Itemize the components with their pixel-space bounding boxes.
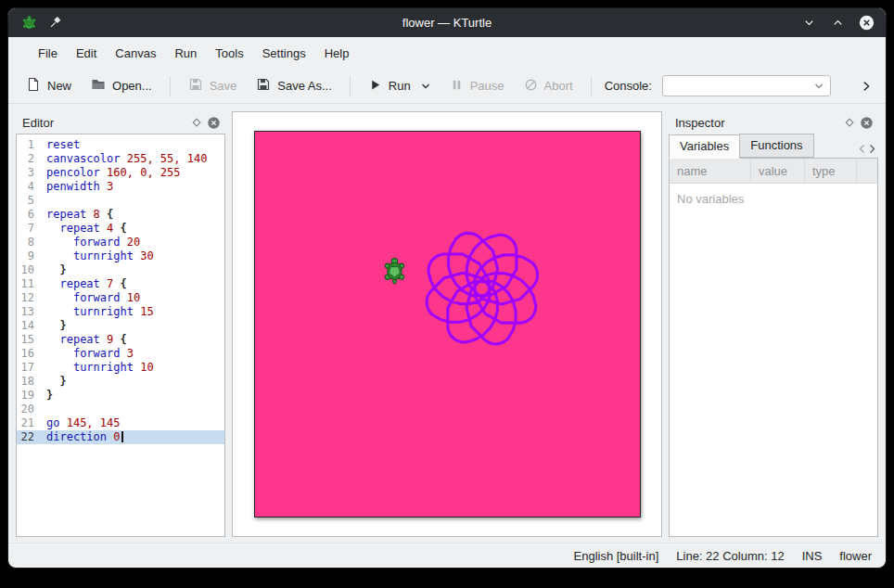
save-icon xyxy=(188,77,203,95)
main-toolbar: New Open... Save xyxy=(8,69,886,104)
save-as-button[interactable]: Save As... xyxy=(248,72,340,99)
pin-icon[interactable] xyxy=(46,15,63,32)
float-panel-icon[interactable] xyxy=(840,114,858,132)
line-number: 5 xyxy=(17,194,41,208)
open-button[interactable]: Open... xyxy=(83,72,160,99)
window-title: flower — KTurtle xyxy=(8,16,886,30)
run-dropdown-chevron-icon[interactable] xyxy=(421,83,430,90)
editor-line[interactable]: 18 } xyxy=(17,375,224,389)
line-number: 12 xyxy=(17,291,41,305)
close-panel-icon[interactable] xyxy=(205,114,223,132)
line-number: 6 xyxy=(17,208,41,222)
inspector-panel: Inspector Variables Functions xyxy=(669,111,878,537)
new-button[interactable]: New xyxy=(18,72,80,99)
save-as-icon xyxy=(256,77,271,95)
minimize-icon[interactable] xyxy=(800,15,817,32)
editor-line[interactable]: 16 forward 3 xyxy=(17,347,224,361)
combo-chevron-down-icon[interactable] xyxy=(814,83,824,90)
tab-scroll-left-icon[interactable] xyxy=(858,144,866,154)
column-header-type[interactable]: type xyxy=(805,159,857,183)
editor-line[interactable]: 5 xyxy=(17,194,224,208)
line-number: 1 xyxy=(17,138,41,152)
titlebar[interactable]: flower — KTurtle xyxy=(8,8,886,37)
turtle-sprite xyxy=(385,259,403,284)
kturtle-window: flower — KTurtle File Edit Canvas Run To… xyxy=(7,7,887,569)
menu-edit[interactable]: Edit xyxy=(67,41,106,66)
editor-line[interactable]: 4penwidth 3 xyxy=(17,180,224,194)
editor-line[interactable]: 7 repeat 4 { xyxy=(17,222,224,236)
editor-line[interactable]: 13 turnright 15 xyxy=(17,305,224,319)
close-icon[interactable] xyxy=(858,15,875,32)
line-number: 16 xyxy=(17,347,41,361)
line-number: 21 xyxy=(17,416,41,430)
inspector-table-header: name value type xyxy=(670,159,877,184)
pause-button[interactable]: Pause xyxy=(441,73,513,99)
editor-line[interactable]: 1reset xyxy=(17,138,224,152)
editor-panel: Editor 1reset2canvascolor 255, 55, 1403p… xyxy=(16,111,225,537)
run-play-icon xyxy=(368,78,382,95)
open-folder-icon xyxy=(91,77,106,95)
line-number: 15 xyxy=(17,333,41,347)
line-number: 2 xyxy=(17,152,41,166)
menu-settings[interactable]: Settings xyxy=(253,41,315,66)
maximize-icon[interactable] xyxy=(829,15,846,32)
editor-line[interactable]: 10 } xyxy=(17,263,224,277)
status-script-name: flower xyxy=(839,549,872,563)
app-turtle-icon xyxy=(20,15,37,32)
column-header-value[interactable]: value xyxy=(751,159,805,183)
save-button-label: Save xyxy=(210,79,237,93)
run-button[interactable]: Run xyxy=(360,73,439,99)
menu-tools[interactable]: Tools xyxy=(206,41,252,66)
text-cursor xyxy=(121,431,123,442)
menu-help[interactable]: Help xyxy=(315,41,359,66)
menubar: File Edit Canvas Run Tools Settings Help xyxy=(8,37,886,69)
console-input[interactable] xyxy=(662,75,831,96)
canvas-view[interactable] xyxy=(232,111,662,537)
editor-panel-header: Editor xyxy=(16,111,225,134)
editor-line[interactable]: 15 repeat 9 { xyxy=(17,333,224,347)
editor-line[interactable]: 2canvascolor 255, 55, 140 xyxy=(17,152,224,166)
editor-lines: 1reset2canvascolor 255, 55, 1403pencolor… xyxy=(17,138,224,444)
toolbar-overflow-icon[interactable] xyxy=(856,76,876,96)
abort-button[interactable]: Abort xyxy=(516,73,581,99)
console-label: Console: xyxy=(605,79,652,93)
menu-file[interactable]: File xyxy=(29,41,67,66)
tab-scroll-right-icon[interactable] xyxy=(868,144,876,154)
save-button[interactable]: Save xyxy=(180,72,246,99)
inspector-empty-text: No variables xyxy=(670,184,877,214)
tab-functions[interactable]: Functions xyxy=(739,134,813,158)
line-number: 22 xyxy=(17,430,41,444)
toolbar-separator xyxy=(350,76,351,96)
run-button-label: Run xyxy=(389,79,411,93)
abort-icon xyxy=(524,78,538,95)
inspector-panel-title: Inspector xyxy=(675,116,724,130)
editor-line[interactable]: 14 } xyxy=(17,319,224,333)
close-panel-icon[interactable] xyxy=(858,114,875,132)
editor-line[interactable]: 19} xyxy=(17,389,224,403)
editor-line[interactable]: 6repeat 8 { xyxy=(17,208,224,222)
editor-line[interactable]: 12 forward 10 xyxy=(17,291,224,305)
editor-line[interactable]: 17 turnright 10 xyxy=(17,361,224,375)
editor-line[interactable]: 20 xyxy=(17,403,224,416)
editor-line[interactable]: 22direction 0 xyxy=(17,430,224,444)
flower-drawing xyxy=(427,233,538,344)
editor-line[interactable]: 3pencolor 160, 0, 255 xyxy=(17,166,224,180)
code-editor[interactable]: 1reset2canvascolor 255, 55, 1403pencolor… xyxy=(16,134,225,537)
line-number: 9 xyxy=(17,249,41,263)
tab-variables[interactable]: Variables xyxy=(669,134,740,159)
turtle-canvas[interactable] xyxy=(254,131,641,518)
line-number: 20 xyxy=(17,403,41,416)
column-header-name[interactable]: name xyxy=(670,159,751,183)
line-number: 4 xyxy=(17,180,41,194)
inspector-table: name value type No variables xyxy=(669,158,878,537)
menu-canvas[interactable]: Canvas xyxy=(106,41,165,66)
editor-line[interactable]: 9 turnright 30 xyxy=(17,249,224,263)
open-button-label: Open... xyxy=(112,79,152,93)
float-panel-icon[interactable] xyxy=(187,114,205,132)
line-number: 8 xyxy=(17,236,41,249)
editor-line[interactable]: 21go 145, 145 xyxy=(17,416,224,430)
editor-line[interactable]: 11 repeat 7 { xyxy=(17,277,224,291)
save-as-button-label: Save As... xyxy=(277,79,332,93)
editor-line[interactable]: 8 forward 20 xyxy=(17,236,224,249)
menu-run[interactable]: Run xyxy=(165,41,206,66)
